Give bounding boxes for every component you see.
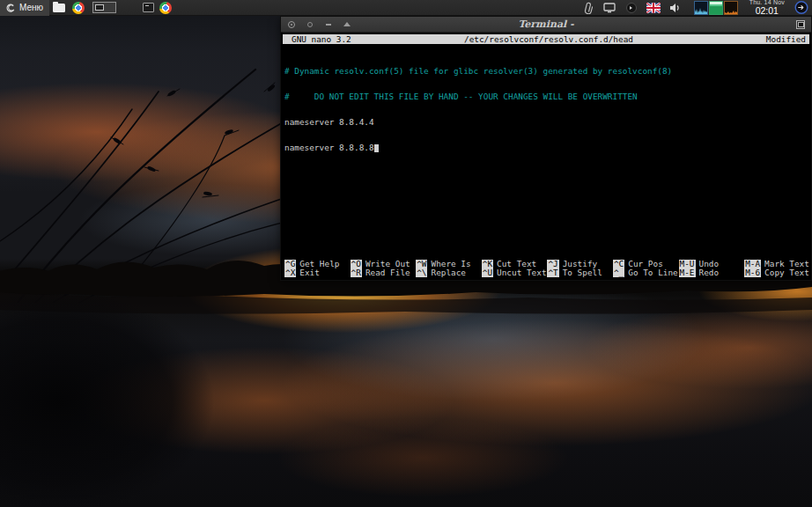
workspace-window-thumb (95, 4, 104, 11)
clipboard-manager-tray[interactable] (580, 1, 594, 15)
window-menu-icon (288, 21, 295, 28)
shortcut: ^GGet Help (284, 260, 351, 268)
taskbar-chrome-button[interactable] (157, 0, 174, 16)
nano-modified-status: Modified (633, 34, 809, 44)
player-icon (626, 3, 637, 13)
terminal-icon (143, 3, 154, 12)
editor-line: # Dynamic resolv.conf(5) file for glibc … (284, 67, 809, 76)
nano-titlebar: GNU nano 3.2 /etc/resolvconf/resolv.conf… (283, 34, 809, 44)
minimize-icon (326, 24, 331, 26)
cpu-graph (694, 1, 708, 15)
window-minimize-button[interactable] (324, 20, 333, 29)
editor-line: nameserver 8.8.8.8 (284, 143, 809, 152)
terminal-window: Terminal - GNU nano 3.2 /etc/resolvconf/… (280, 16, 812, 281)
workspace-switcher[interactable] (92, 2, 116, 13)
monitor-icon (603, 3, 616, 13)
orb-arrow-icon (794, 0, 808, 15)
shortcut: ^XExit (284, 268, 351, 277)
shortcut: ^OWrite Out (351, 260, 417, 268)
shortcut: ^KCut Text (482, 260, 548, 268)
text-cursor (374, 144, 380, 152)
speaker-icon (669, 3, 681, 13)
display-settings-tray[interactable] (602, 1, 616, 15)
applications-menu-button[interactable]: Меню (0, 0, 49, 16)
window-maximize-button[interactable] (796, 20, 805, 29)
nano-editor-lines: # Dynamic resolv.conf(5) file for glibc … (284, 50, 809, 169)
terminal-content[interactable]: GNU nano 3.2 /etc/resolvconf/resolv.conf… (281, 33, 811, 280)
shortcut: ^JJustify (547, 260, 613, 268)
uk-flag-icon (646, 3, 661, 13)
sticky-icon (307, 22, 313, 27)
shortcut: ^TTo Spell (547, 268, 613, 277)
chrome-icon (159, 2, 172, 14)
memory-graph (709, 1, 723, 15)
shortcut: M-AMark Text (744, 260, 810, 268)
chrome-launcher[interactable] (69, 0, 88, 16)
chrome-icon (72, 2, 85, 14)
media-player-tray[interactable] (624, 1, 639, 15)
debian-logo-icon (4, 2, 16, 13)
clock[interactable]: Thu. 14 Nov 02:01 (749, 0, 785, 16)
shortcut: M-ERedo (679, 268, 745, 277)
editor-line: # DO NOT EDIT THIS FILE BY HAND -- YOUR … (284, 92, 809, 101)
shortcut: ^WWhere Is (416, 260, 482, 268)
shortcut: ^CCur Pos (613, 260, 679, 268)
top-panel: Меню (0, 0, 812, 16)
shortcut: M-UUndo (679, 260, 745, 268)
window-menu-button[interactable] (287, 20, 296, 29)
clock-time: 02:01 (749, 6, 785, 16)
notification-orb[interactable] (794, 1, 808, 15)
nano-shortcut-bar: ^GGet Help ^OWrite Out ^WWhere Is ^KCut … (284, 260, 809, 277)
wallpaper-foreground-bush (0, 290, 264, 507)
editor-line: nameserver 8.8.4.4 (284, 118, 809, 127)
nano-filepath: /etc/resolvconf/resolv.conf.d/head (464, 34, 633, 44)
network-graph (724, 1, 738, 15)
folder-icon (53, 4, 65, 12)
shortcut: ^_Go To Line (613, 268, 679, 277)
window-title: Terminal - (281, 18, 811, 30)
paperclip-icon (582, 2, 593, 14)
window-sticky-button[interactable] (306, 20, 314, 29)
desktop: Меню (0, 0, 812, 507)
menu-label: Меню (19, 3, 43, 12)
shortcut: ^UUncut Text (482, 268, 548, 277)
taskbar-terminal-button[interactable] (139, 0, 157, 16)
nano-version: GNU nano 3.2 (283, 34, 464, 44)
shortcut: M-6Copy Text (744, 268, 810, 277)
shade-icon (343, 22, 351, 26)
keyboard-layout-tray[interactable] (646, 1, 661, 15)
shortcut: ^\Replace (416, 268, 482, 277)
file-manager-launcher[interactable] (49, 0, 69, 16)
shortcut: ^RRead File (351, 268, 417, 277)
system-tray: Thu. 14 Nov 02:01 (580, 0, 812, 16)
window-shade-button[interactable] (343, 20, 351, 29)
system-monitor[interactable] (694, 1, 738, 15)
volume-tray[interactable] (668, 1, 683, 15)
terminal-titlebar[interactable]: Terminal - (281, 17, 811, 33)
